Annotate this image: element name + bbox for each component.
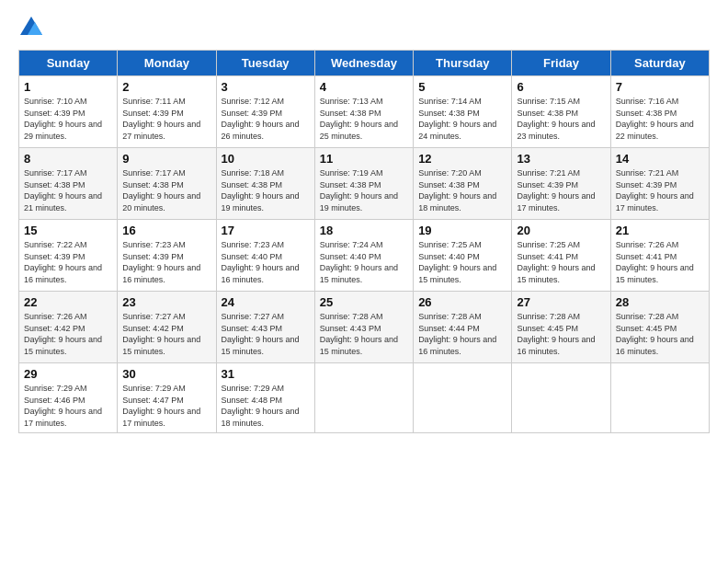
sunrise-text: Sunrise: 7:22 AM	[24, 240, 87, 249]
day-number: 28	[616, 295, 704, 309]
sunset-text: Sunset: 4:39 PM	[616, 180, 677, 190]
sunset-text: Sunset: 4:45 PM	[517, 324, 578, 333]
daylight-text: Daylight: 9 hours and 17 minutes.	[24, 407, 102, 428]
daylight-text: Daylight: 9 hours and 15 minutes.	[222, 335, 300, 356]
sunrise-text: Sunrise: 7:19 AM	[320, 168, 383, 178]
daylight-text: Daylight: 9 hours and 22 minutes.	[616, 120, 694, 141]
day-number: 10	[222, 152, 310, 166]
sunset-text: Sunset: 4:43 PM	[320, 324, 381, 333]
sunset-text: Sunset: 4:40 PM	[320, 252, 381, 261]
sunset-text: Sunset: 4:41 PM	[517, 252, 578, 261]
daylight-text: Daylight: 9 hours and 19 minutes.	[320, 191, 398, 213]
sunset-text: Sunset: 4:38 PM	[616, 109, 677, 118]
sunset-text: Sunset: 4:38 PM	[24, 180, 85, 190]
cell-info: Sunrise: 7:28 AM Sunset: 4:44 PM Dayligh…	[418, 311, 506, 357]
table-row: 30 Sunrise: 7:29 AM Sunset: 4:47 PM Dayl…	[118, 363, 216, 433]
day-number: 11	[320, 152, 408, 166]
cell-info: Sunrise: 7:18 AM Sunset: 4:38 PM Dayligh…	[222, 167, 310, 213]
sunrise-text: Sunrise: 7:28 AM	[320, 312, 383, 321]
calendar-table: Sunday Monday Tuesday Wednesday Thursday…	[18, 50, 710, 433]
cell-info: Sunrise: 7:21 AM Sunset: 4:39 PM Dayligh…	[616, 167, 704, 213]
daylight-text: Daylight: 9 hours and 15 minutes.	[122, 335, 200, 356]
daylight-text: Daylight: 9 hours and 27 minutes.	[122, 120, 200, 141]
sunrise-text: Sunrise: 7:21 AM	[616, 168, 679, 178]
sunrise-text: Sunrise: 7:29 AM	[122, 384, 186, 393]
daylight-text: Daylight: 9 hours and 16 minutes.	[24, 263, 102, 284]
table-row: 15 Sunrise: 7:22 AM Sunset: 4:39 PM Dayl…	[19, 220, 118, 292]
day-number: 20	[517, 224, 605, 237]
daylight-text: Daylight: 9 hours and 15 minutes.	[320, 335, 398, 356]
table-row: 13 Sunrise: 7:21 AM Sunset: 4:39 PM Dayl…	[512, 148, 610, 220]
sunrise-text: Sunrise: 7:28 AM	[418, 312, 482, 321]
day-number: 30	[122, 367, 210, 381]
sunset-text: Sunset: 4:42 PM	[24, 324, 85, 333]
cell-info: Sunrise: 7:24 AM Sunset: 4:40 PM Dayligh…	[320, 239, 408, 285]
day-number: 22	[24, 295, 112, 309]
table-row: 22 Sunrise: 7:26 AM Sunset: 4:42 PM Dayl…	[19, 292, 118, 363]
day-number: 16	[122, 224, 210, 237]
daylight-text: Daylight: 9 hours and 15 minutes.	[418, 263, 496, 284]
cell-info: Sunrise: 7:29 AM Sunset: 4:46 PM Dayligh…	[24, 383, 112, 429]
cell-info: Sunrise: 7:23 AM Sunset: 4:40 PM Dayligh…	[222, 239, 310, 285]
sunrise-text: Sunrise: 7:24 AM	[320, 240, 383, 249]
sunset-text: Sunset: 4:39 PM	[222, 109, 283, 118]
daylight-text: Daylight: 9 hours and 17 minutes.	[517, 191, 595, 213]
table-row: 19 Sunrise: 7:25 AM Sunset: 4:40 PM Dayl…	[414, 220, 512, 292]
daylight-text: Daylight: 9 hours and 18 minutes.	[222, 407, 300, 428]
day-number: 15	[24, 224, 112, 237]
daylight-text: Daylight: 9 hours and 29 minutes.	[24, 120, 102, 141]
col-thursday: Thursday	[414, 51, 512, 76]
sunset-text: Sunset: 4:45 PM	[616, 324, 677, 333]
table-row: 31 Sunrise: 7:29 AM Sunset: 4:48 PM Dayl…	[216, 363, 314, 433]
table-row: 2 Sunrise: 7:11 AM Sunset: 4:39 PM Dayli…	[118, 76, 216, 148]
calendar-week-row: 15 Sunrise: 7:22 AM Sunset: 4:39 PM Dayl…	[19, 220, 710, 292]
sunrise-text: Sunrise: 7:27 AM	[222, 312, 285, 321]
calendar-week-row: 29 Sunrise: 7:29 AM Sunset: 4:46 PM Dayl…	[19, 363, 710, 433]
sunset-text: Sunset: 4:39 PM	[24, 252, 85, 261]
sunrise-text: Sunrise: 7:15 AM	[517, 97, 580, 106]
sunrise-text: Sunrise: 7:17 AM	[122, 168, 186, 178]
table-row: 26 Sunrise: 7:28 AM Sunset: 4:44 PM Dayl…	[414, 292, 512, 363]
cell-info: Sunrise: 7:16 AM Sunset: 4:38 PM Dayligh…	[616, 96, 704, 142]
cell-info: Sunrise: 7:19 AM Sunset: 4:38 PM Dayligh…	[320, 167, 408, 213]
sunset-text: Sunset: 4:38 PM	[320, 180, 381, 190]
sunrise-text: Sunrise: 7:20 AM	[418, 168, 482, 178]
sunset-text: Sunset: 4:40 PM	[418, 252, 480, 261]
col-monday: Monday	[118, 51, 216, 76]
sunrise-text: Sunrise: 7:10 AM	[24, 97, 87, 106]
table-row: 23 Sunrise: 7:27 AM Sunset: 4:42 PM Dayl…	[118, 292, 216, 363]
col-tuesday: Tuesday	[216, 51, 314, 76]
day-number: 21	[616, 224, 704, 237]
table-row: 25 Sunrise: 7:28 AM Sunset: 4:43 PM Dayl…	[314, 292, 413, 363]
daylight-text: Daylight: 9 hours and 24 minutes.	[418, 120, 496, 141]
sunset-text: Sunset: 4:39 PM	[517, 180, 578, 190]
cell-info: Sunrise: 7:29 AM Sunset: 4:47 PM Dayligh…	[122, 383, 210, 429]
sunset-text: Sunset: 4:38 PM	[418, 109, 480, 118]
sunrise-text: Sunrise: 7:18 AM	[222, 168, 285, 178]
table-row: 5 Sunrise: 7:14 AM Sunset: 4:38 PM Dayli…	[414, 76, 512, 148]
sunrise-text: Sunrise: 7:26 AM	[616, 240, 679, 249]
sunset-text: Sunset: 4:38 PM	[418, 180, 480, 190]
sunrise-text: Sunrise: 7:13 AM	[320, 97, 383, 106]
sunset-text: Sunset: 4:38 PM	[320, 109, 381, 118]
sunset-text: Sunset: 4:46 PM	[24, 396, 85, 405]
sunset-text: Sunset: 4:43 PM	[222, 324, 283, 333]
logo	[18, 15, 48, 40]
daylight-text: Daylight: 9 hours and 23 minutes.	[517, 120, 595, 141]
col-wednesday: Wednesday	[314, 51, 413, 76]
day-number: 17	[222, 224, 310, 237]
cell-info: Sunrise: 7:29 AM Sunset: 4:48 PM Dayligh…	[222, 383, 310, 429]
cell-info: Sunrise: 7:25 AM Sunset: 4:40 PM Dayligh…	[418, 239, 506, 285]
cell-info: Sunrise: 7:14 AM Sunset: 4:38 PM Dayligh…	[418, 96, 506, 142]
sunset-text: Sunset: 4:41 PM	[616, 252, 677, 261]
table-row: 12 Sunrise: 7:20 AM Sunset: 4:38 PM Dayl…	[414, 148, 512, 220]
sunrise-text: Sunrise: 7:23 AM	[222, 240, 285, 249]
table-row: 24 Sunrise: 7:27 AM Sunset: 4:43 PM Dayl…	[216, 292, 314, 363]
sunrise-text: Sunrise: 7:14 AM	[418, 97, 482, 106]
day-number: 4	[320, 80, 408, 94]
table-row: 14 Sunrise: 7:21 AM Sunset: 4:39 PM Dayl…	[610, 148, 709, 220]
sunrise-text: Sunrise: 7:28 AM	[517, 312, 580, 321]
cell-info: Sunrise: 7:25 AM Sunset: 4:41 PM Dayligh…	[517, 239, 605, 285]
table-row: 6 Sunrise: 7:15 AM Sunset: 4:38 PM Dayli…	[512, 76, 610, 148]
cell-info: Sunrise: 7:11 AM Sunset: 4:39 PM Dayligh…	[122, 96, 210, 142]
